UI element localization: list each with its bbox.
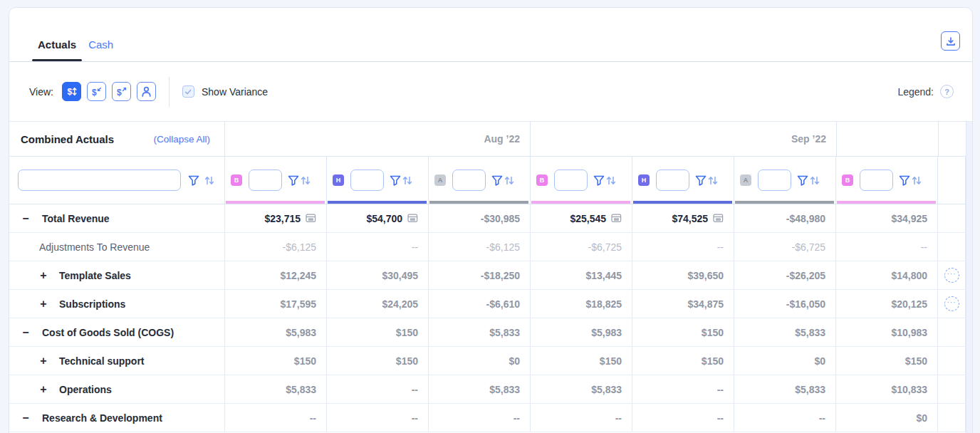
cell-value: $150 xyxy=(600,355,622,367)
month-header-sep: Sep ’22 xyxy=(531,122,837,156)
row-label-cell: −Cost of Goods Sold (COGS) xyxy=(9,318,225,346)
sort-arrows-icon[interactable] xyxy=(911,174,922,187)
row-label: Adjustments To Revenue xyxy=(39,241,150,253)
table-row[interactable]: Adjustments To Revenue-$6,125---$6,125-$… xyxy=(9,233,972,261)
column-type-badge-a: A xyxy=(740,174,751,186)
value-cell: -$30,985 xyxy=(429,204,531,232)
value-cell: $5,833 xyxy=(429,318,531,346)
value-cell: -$6,125 xyxy=(429,233,531,261)
value-cell: $0 xyxy=(734,347,836,375)
cell-value: -- xyxy=(310,412,316,424)
table-row[interactable]: +Technical support$150$150$0$150$150$0$1… xyxy=(9,347,972,375)
table-row[interactable]: −Research & Development------------$0 xyxy=(9,404,972,432)
table-body: −Total Revenue$23,715$54,700-$30,985$25,… xyxy=(9,204,972,432)
view-label: View: xyxy=(29,86,53,98)
view-button-outflow[interactable]: $ xyxy=(112,82,131,101)
expand-toggle-icon[interactable]: + xyxy=(38,298,48,310)
collapse-toggle-icon[interactable]: − xyxy=(21,412,31,424)
value-cell: $10,983 xyxy=(836,318,938,346)
value-cell: $5,833 xyxy=(734,375,836,403)
row-action-cell xyxy=(938,318,966,346)
sort-arrows-icon[interactable] xyxy=(300,174,311,187)
value-cell: -- xyxy=(327,233,429,261)
cell-value: $39,650 xyxy=(687,270,724,281)
view-button-cash-flow[interactable]: $ xyxy=(62,82,81,101)
table-row[interactable]: −Cost of Goods Sold (COGS)$5,983$150$5,8… xyxy=(9,318,972,347)
value-cell: $30,495 xyxy=(327,261,429,289)
table-row[interactable]: +Template Sales$12,245$30,495-$18,250$13… xyxy=(9,261,972,290)
value-cell: -- xyxy=(836,233,938,261)
value-cell: $24,205 xyxy=(327,290,429,318)
show-variance-checkbox[interactable] xyxy=(182,85,194,98)
view-button-people[interactable] xyxy=(137,82,156,101)
row-label: Template Sales xyxy=(59,270,131,281)
toolbar: View: $ $ $ xyxy=(9,62,972,122)
column-filter-cell: H xyxy=(632,157,734,204)
row-search-input[interactable] xyxy=(18,169,181,191)
value-cell: $20,125 xyxy=(836,290,938,318)
column-color-bar xyxy=(735,201,834,204)
table-row[interactable]: +Subscriptions$17,595$24,205-$6,610$18,8… xyxy=(9,290,972,318)
cell-value: $12,245 xyxy=(280,270,316,281)
sort-arrows-icon[interactable] xyxy=(605,174,617,187)
column-filter-input[interactable] xyxy=(249,169,282,191)
column-filter-input[interactable] xyxy=(554,169,588,191)
filter-funnel-icon[interactable] xyxy=(694,174,707,187)
column-filter-input[interactable] xyxy=(758,169,791,191)
filter-funnel-icon[interactable] xyxy=(389,174,402,187)
cell-value: $5,833 xyxy=(489,384,520,395)
collapse-toggle-icon[interactable]: − xyxy=(21,327,31,338)
value-cell: $23,715 xyxy=(225,204,327,232)
collapse-toggle-icon[interactable]: − xyxy=(21,213,31,224)
column-filter-input[interactable] xyxy=(350,169,384,191)
expand-toggle-icon[interactable]: + xyxy=(38,384,48,395)
column-color-bar xyxy=(429,201,528,204)
sort-arrows-icon[interactable] xyxy=(504,174,515,187)
filter-funnel-icon[interactable] xyxy=(593,174,605,187)
filter-funnel-icon[interactable] xyxy=(898,174,911,187)
expand-toggle-icon[interactable]: + xyxy=(38,270,48,281)
column-color-bar xyxy=(328,201,427,204)
column-filter-input[interactable] xyxy=(860,169,893,191)
collapse-all-link[interactable]: (Collapse All) xyxy=(153,134,210,145)
dollar-outflow-icon: $ xyxy=(115,85,127,98)
value-cell: $0 xyxy=(429,347,531,375)
cell-value: -$30,985 xyxy=(481,213,520,224)
legend-help-icon[interactable]: ? xyxy=(940,85,954,98)
tab-cash[interactable]: Cash xyxy=(88,38,113,61)
sort-arrows-icon[interactable] xyxy=(402,174,413,187)
filter-funnel-icon[interactable] xyxy=(287,174,300,187)
cell-value: -$6,725 xyxy=(792,241,825,253)
row-action-cell xyxy=(938,347,966,375)
filter-funnel-icon[interactable] xyxy=(796,174,809,187)
row-label-cell: −Total Revenue xyxy=(9,204,225,232)
sort-arrows-icon[interactable] xyxy=(204,174,215,187)
check-icon xyxy=(184,88,192,96)
month-header-next xyxy=(837,122,939,156)
view-button-inflow[interactable]: $ xyxy=(87,82,106,101)
cell-value: $0 xyxy=(916,412,927,424)
download-button[interactable] xyxy=(941,31,960,51)
value-cell: $34,875 xyxy=(632,290,734,318)
table-row[interactable]: −Total Revenue$23,715$54,700-$30,985$25,… xyxy=(9,204,972,233)
tab-actuals[interactable]: Actuals xyxy=(38,38,76,61)
column-filter-input[interactable] xyxy=(656,169,689,191)
value-cell: -$48,980 xyxy=(734,204,836,232)
table-row[interactable]: +Operations$5,833--$5,833$5,833--$5,833$… xyxy=(9,375,972,404)
value-cell: -- xyxy=(734,404,836,432)
sort-arrows-icon[interactable] xyxy=(809,174,820,187)
row-more-options-icon[interactable]: ··· xyxy=(944,268,959,283)
row-more-options-icon[interactable]: ··· xyxy=(944,296,959,311)
filter-funnel-icon[interactable] xyxy=(187,174,200,187)
expand-toggle-icon[interactable]: + xyxy=(38,355,48,367)
column-type-badge-b: B xyxy=(536,174,548,186)
table-header-row: Combined Actuals (Collapse All) Aug ’22 … xyxy=(9,122,972,157)
column-color-bar xyxy=(837,201,936,204)
cell-value: -- xyxy=(717,412,724,424)
cell-value: -$16,050 xyxy=(786,298,825,310)
person-icon xyxy=(140,85,152,98)
sort-arrows-icon[interactable] xyxy=(707,174,719,187)
filter-funnel-icon[interactable] xyxy=(491,174,504,187)
cell-value: $150 xyxy=(905,355,927,367)
column-filter-input[interactable] xyxy=(452,169,486,191)
